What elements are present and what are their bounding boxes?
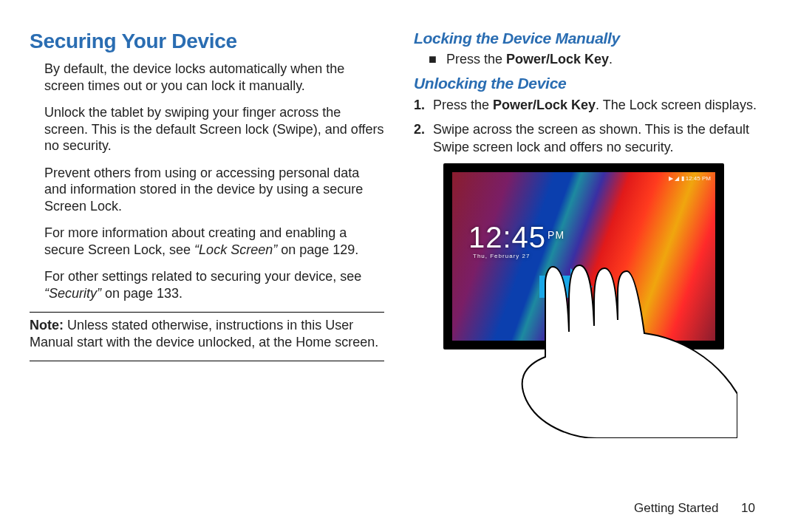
bullet-item: ■ Press the Power/Lock Key.	[414, 52, 768, 67]
subheading: Locking the Device Manually	[414, 30, 768, 47]
cross-reference: “Lock Screen”	[194, 242, 277, 257]
step-item: Swipe across the screen as shown. This i…	[429, 121, 768, 156]
left-column: Securing Your Device By default, the dev…	[30, 22, 384, 366]
text: on page 129.	[277, 242, 358, 257]
cross-reference: “Security”	[44, 286, 101, 301]
clock-time: 12:45	[468, 221, 546, 253]
step-item: Press the Power/Lock Key. The Lock scree…	[429, 97, 768, 114]
bullet-marker: ■	[429, 52, 446, 67]
note-label: Note:	[30, 318, 67, 332]
bullet-text: Press the Power/Lock Key.	[446, 52, 613, 67]
page-title: Securing Your Device	[30, 30, 384, 53]
paragraph: For more information about creating and …	[44, 225, 384, 258]
text: .	[609, 52, 613, 66]
text-bold: Power/Lock Key	[493, 98, 596, 112]
paragraph: For other settings related to securing y…	[44, 268, 384, 301]
subheading: Unlocking the Device	[414, 75, 768, 92]
text: Press the	[446, 52, 506, 66]
status-bar: ▶ ◢ ▮ 12:45 PM	[669, 175, 711, 182]
text: . The Lock screen displays.	[596, 98, 757, 112]
clock-date: Thu, February 27	[468, 253, 565, 259]
text: on page 133.	[101, 286, 183, 301]
divider	[30, 312, 384, 313]
paragraph: Prevent others from using or accessing p…	[44, 165, 384, 215]
hand-icon	[508, 261, 737, 438]
text: For other settings related to securing y…	[44, 269, 361, 284]
text: Press the	[433, 98, 493, 112]
divider	[30, 361, 384, 361]
paragraph: Unlock the tablet by swiping your finger…	[44, 104, 384, 154]
section-name: Getting Started	[634, 501, 718, 515]
ordered-steps: Press the Power/Lock Key. The Lock scree…	[414, 97, 768, 156]
paragraph: By default, the device locks automatical…	[44, 61, 384, 94]
right-column: Locking the Device Manually ■ Press the …	[414, 22, 768, 366]
lock-clock: 12:45PM Thu, February 27	[468, 221, 565, 259]
page-number: 10	[741, 501, 755, 515]
note: Note: Unless stated otherwise, instructi…	[30, 317, 384, 350]
clock-ampm: PM	[548, 229, 565, 241]
tablet-illustration: ▶ ◢ ▮ 12:45 PM 12:45PM Thu, February 27	[443, 163, 724, 349]
page-footer: Getting Started 10	[634, 501, 755, 516]
note-text: Unless stated otherwise, instructions in…	[30, 318, 378, 349]
text-bold: Power/Lock Key	[506, 52, 609, 66]
